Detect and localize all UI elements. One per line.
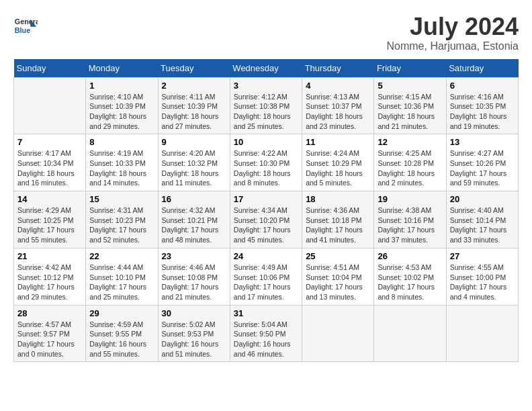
day-info: Sunrise: 4:17 AM Sunset: 10:34 PM Daylig… bbox=[17, 148, 82, 188]
day-number: 15 bbox=[89, 194, 154, 204]
calendar-week: 21Sunrise: 4:42 AM Sunset: 10:12 PM Dayl… bbox=[14, 248, 519, 305]
calendar-cell: 24Sunrise: 4:49 AM Sunset: 10:06 PM Dayl… bbox=[230, 248, 302, 305]
month-title: July 2024 bbox=[386, 13, 519, 40]
header-day: Tuesday bbox=[158, 59, 230, 78]
day-number: 4 bbox=[306, 81, 370, 91]
day-info: Sunrise: 4:11 AM Sunset: 10:39 PM Daylig… bbox=[162, 92, 226, 132]
calendar-cell: 10Sunrise: 4:22 AM Sunset: 10:30 PM Dayl… bbox=[230, 134, 302, 191]
calendar-week: 7Sunrise: 4:17 AM Sunset: 10:34 PM Dayli… bbox=[14, 134, 519, 191]
day-info: Sunrise: 4:40 AM Sunset: 10:14 PM Daylig… bbox=[450, 205, 515, 245]
day-number: 17 bbox=[234, 194, 298, 204]
day-number: 6 bbox=[450, 81, 515, 91]
day-info: Sunrise: 4:57 AM Sunset: 9:57 PM Dayligh… bbox=[17, 320, 82, 359]
day-info: Sunrise: 5:04 AM Sunset: 9:50 PM Dayligh… bbox=[234, 320, 298, 359]
day-number: 26 bbox=[378, 251, 442, 261]
calendar-cell: 27Sunrise: 4:55 AM Sunset: 10:00 PM Dayl… bbox=[446, 248, 518, 305]
day-number: 20 bbox=[450, 194, 515, 204]
day-number: 23 bbox=[162, 251, 226, 261]
logo: General Blue bbox=[13, 13, 38, 38]
location: Nomme, Harjumaa, Estonia bbox=[386, 40, 519, 52]
day-number: 8 bbox=[89, 137, 154, 147]
calendar-cell: 19Sunrise: 4:38 AM Sunset: 10:16 PM Dayl… bbox=[374, 191, 446, 248]
calendar-cell: 17Sunrise: 4:34 AM Sunset: 10:20 PM Dayl… bbox=[230, 191, 302, 248]
day-number: 24 bbox=[234, 251, 298, 261]
calendar-cell bbox=[302, 305, 374, 362]
header-day: Friday bbox=[374, 59, 446, 78]
calendar-cell: 26Sunrise: 4:53 AM Sunset: 10:02 PM Dayl… bbox=[374, 248, 446, 305]
calendar-cell: 2Sunrise: 4:11 AM Sunset: 10:39 PM Dayli… bbox=[158, 77, 230, 134]
day-info: Sunrise: 4:29 AM Sunset: 10:25 PM Daylig… bbox=[17, 205, 82, 245]
day-number: 30 bbox=[162, 308, 226, 318]
calendar-cell: 16Sunrise: 4:32 AM Sunset: 10:21 PM Dayl… bbox=[158, 191, 230, 248]
day-number: 11 bbox=[306, 137, 370, 147]
calendar-week: 28Sunrise: 4:57 AM Sunset: 9:57 PM Dayli… bbox=[14, 305, 519, 362]
calendar-cell: 30Sunrise: 5:02 AM Sunset: 9:53 PM Dayli… bbox=[158, 305, 230, 362]
day-number: 2 bbox=[162, 81, 226, 91]
calendar-cell: 25Sunrise: 4:51 AM Sunset: 10:04 PM Dayl… bbox=[302, 248, 374, 305]
calendar-week: 14Sunrise: 4:29 AM Sunset: 10:25 PM Dayl… bbox=[14, 191, 519, 248]
day-number: 28 bbox=[17, 308, 82, 318]
logo-icon: General Blue bbox=[13, 13, 38, 38]
day-info: Sunrise: 4:22 AM Sunset: 10:30 PM Daylig… bbox=[234, 148, 298, 188]
day-number: 31 bbox=[234, 308, 298, 318]
calendar-cell: 7Sunrise: 4:17 AM Sunset: 10:34 PM Dayli… bbox=[14, 134, 86, 191]
day-number: 19 bbox=[378, 194, 442, 204]
calendar-cell: 1Sunrise: 4:10 AM Sunset: 10:39 PM Dayli… bbox=[86, 77, 158, 134]
calendar-cell bbox=[446, 305, 518, 362]
day-info: Sunrise: 4:16 AM Sunset: 10:35 PM Daylig… bbox=[450, 92, 515, 132]
header-day: Saturday bbox=[446, 59, 518, 78]
day-info: Sunrise: 4:20 AM Sunset: 10:32 PM Daylig… bbox=[162, 148, 226, 188]
calendar-cell: 3Sunrise: 4:12 AM Sunset: 10:38 PM Dayli… bbox=[230, 77, 302, 134]
calendar-cell: 5Sunrise: 4:15 AM Sunset: 10:36 PM Dayli… bbox=[374, 77, 446, 134]
calendar-cell: 14Sunrise: 4:29 AM Sunset: 10:25 PM Dayl… bbox=[14, 191, 86, 248]
calendar-week: 1Sunrise: 4:10 AM Sunset: 10:39 PM Dayli… bbox=[14, 77, 519, 134]
header-day: Wednesday bbox=[230, 59, 302, 78]
calendar-cell: 22Sunrise: 4:44 AM Sunset: 10:10 PM Dayl… bbox=[86, 248, 158, 305]
calendar-table: SundayMondayTuesdayWednesdayThursdayFrid… bbox=[13, 59, 519, 363]
day-number: 16 bbox=[162, 194, 226, 204]
calendar-cell: 28Sunrise: 4:57 AM Sunset: 9:57 PM Dayli… bbox=[14, 305, 86, 362]
day-number: 13 bbox=[450, 137, 515, 147]
day-number: 21 bbox=[17, 251, 82, 261]
day-info: Sunrise: 4:59 AM Sunset: 9:55 PM Dayligh… bbox=[89, 320, 154, 359]
day-info: Sunrise: 4:55 AM Sunset: 10:00 PM Daylig… bbox=[450, 263, 515, 302]
day-info: Sunrise: 4:34 AM Sunset: 10:20 PM Daylig… bbox=[234, 205, 298, 245]
calendar-cell: 9Sunrise: 4:20 AM Sunset: 10:32 PM Dayli… bbox=[158, 134, 230, 191]
calendar-cell: 29Sunrise: 4:59 AM Sunset: 9:55 PM Dayli… bbox=[86, 305, 158, 362]
day-info: Sunrise: 4:15 AM Sunset: 10:36 PM Daylig… bbox=[378, 92, 442, 132]
calendar-cell: 4Sunrise: 4:13 AM Sunset: 10:37 PM Dayli… bbox=[302, 77, 374, 134]
day-info: Sunrise: 4:12 AM Sunset: 10:38 PM Daylig… bbox=[234, 92, 298, 132]
svg-text:Blue: Blue bbox=[15, 26, 30, 34]
calendar-cell: 31Sunrise: 5:04 AM Sunset: 9:50 PM Dayli… bbox=[230, 305, 302, 362]
day-number: 22 bbox=[89, 251, 154, 261]
day-info: Sunrise: 4:27 AM Sunset: 10:26 PM Daylig… bbox=[450, 148, 515, 188]
day-info: Sunrise: 4:19 AM Sunset: 10:33 PM Daylig… bbox=[89, 148, 154, 188]
day-info: Sunrise: 4:44 AM Sunset: 10:10 PM Daylig… bbox=[89, 263, 154, 302]
day-info: Sunrise: 4:46 AM Sunset: 10:08 PM Daylig… bbox=[162, 263, 226, 302]
calendar-cell bbox=[14, 77, 86, 134]
calendar-cell: 18Sunrise: 4:36 AM Sunset: 10:18 PM Dayl… bbox=[302, 191, 374, 248]
day-number: 14 bbox=[17, 194, 82, 204]
calendar-cell: 13Sunrise: 4:27 AM Sunset: 10:26 PM Dayl… bbox=[446, 134, 518, 191]
title-block: July 2024 Nomme, Harjumaa, Estonia bbox=[386, 13, 519, 52]
calendar-cell: 12Sunrise: 4:25 AM Sunset: 10:28 PM Dayl… bbox=[374, 134, 446, 191]
day-info: Sunrise: 4:10 AM Sunset: 10:39 PM Daylig… bbox=[89, 92, 154, 132]
day-number: 3 bbox=[234, 81, 298, 91]
day-number: 12 bbox=[378, 137, 442, 147]
header-day: Sunday bbox=[14, 59, 86, 78]
day-info: Sunrise: 4:38 AM Sunset: 10:16 PM Daylig… bbox=[378, 205, 442, 245]
header-row: SundayMondayTuesdayWednesdayThursdayFrid… bbox=[14, 59, 519, 78]
day-number: 7 bbox=[17, 137, 82, 147]
day-info: Sunrise: 4:42 AM Sunset: 10:12 PM Daylig… bbox=[17, 263, 82, 302]
day-info: Sunrise: 4:53 AM Sunset: 10:02 PM Daylig… bbox=[378, 263, 442, 302]
calendar-cell: 20Sunrise: 4:40 AM Sunset: 10:14 PM Dayl… bbox=[446, 191, 518, 248]
calendar-cell: 15Sunrise: 4:31 AM Sunset: 10:23 PM Dayl… bbox=[86, 191, 158, 248]
calendar-cell: 21Sunrise: 4:42 AM Sunset: 10:12 PM Dayl… bbox=[14, 248, 86, 305]
day-info: Sunrise: 4:31 AM Sunset: 10:23 PM Daylig… bbox=[89, 205, 154, 245]
day-number: 9 bbox=[162, 137, 226, 147]
calendar-cell bbox=[374, 305, 446, 362]
day-info: Sunrise: 4:13 AM Sunset: 10:37 PM Daylig… bbox=[306, 92, 370, 132]
day-info: Sunrise: 4:49 AM Sunset: 10:06 PM Daylig… bbox=[234, 263, 298, 302]
header-day: Monday bbox=[86, 59, 158, 78]
day-number: 27 bbox=[450, 251, 515, 261]
